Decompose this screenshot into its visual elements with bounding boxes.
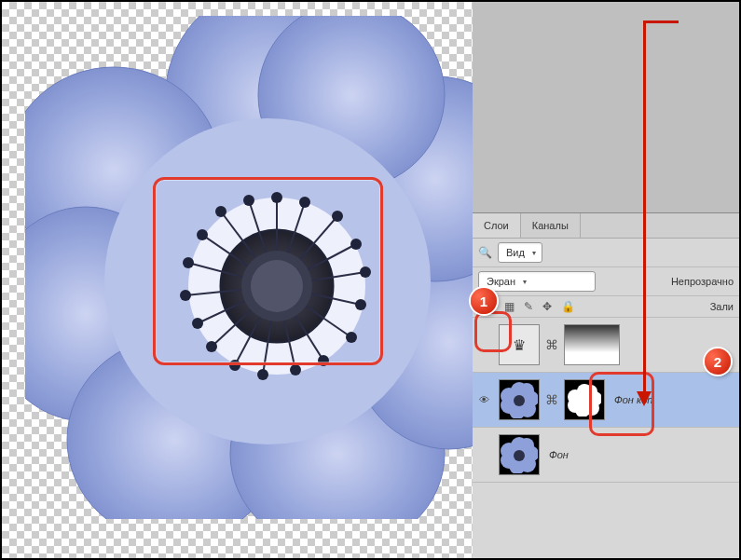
svg-point-46 [243, 195, 254, 206]
annotation-badge-2: 2 [705, 348, 731, 375]
svg-point-42 [257, 369, 268, 380]
opacity-label: Непрозрачно [671, 276, 734, 287]
layer-name: Фон [549, 449, 569, 460]
svg-point-30 [332, 211, 343, 222]
svg-point-44 [180, 290, 191, 301]
flower-image [25, 16, 510, 519]
lock-pixels-icon[interactable]: ▦ [504, 300, 515, 313]
svg-point-48 [251, 260, 303, 312]
svg-point-38 [299, 197, 310, 208]
app-frame: ▣ T ◇ ◫ Слои Каналы 🔍 Вид ▾ Экран ▾ [0, 0, 741, 560]
filter-kind-select[interactable]: Вид ▾ [498, 242, 542, 263]
svg-point-36 [183, 257, 194, 268]
layer-item[interactable]: Фон [473, 428, 739, 483]
layer-item[interactable]: ♛ ⌘ [473, 318, 739, 373]
layer-search-row: 🔍 Вид ▾ [473, 239, 739, 267]
svg-point-37 [215, 206, 226, 217]
annotation-arrow-head [637, 391, 652, 406]
lock-row: ть: ▦ ✎ ✥ 🔒 Зали [473, 296, 739, 318]
layers-panel: Слои Каналы 🔍 Вид ▾ Экран ▾ Непрозрачно … [473, 212, 739, 558]
svg-point-31 [360, 266, 371, 278]
svg-point-33 [290, 364, 301, 376]
annotation-badge-1: 1 [471, 288, 497, 314]
mask-thumb[interactable] [564, 324, 620, 365]
svg-point-64 [575, 391, 594, 410]
svg-point-72 [514, 450, 525, 461]
svg-point-40 [355, 299, 366, 310]
lock-move-icon[interactable]: ✥ [542, 300, 552, 313]
svg-point-29 [271, 192, 282, 203]
svg-point-35 [192, 318, 203, 329]
blend-row: Экран ▾ Непрозрачно [473, 267, 739, 296]
link-icon[interactable]: ⌘ [545, 392, 558, 407]
layer-list: ♛ ⌘ 👁 ⌘ Фон коп [473, 318, 739, 483]
tab-layers[interactable]: Слои [473, 213, 521, 238]
lock-icons: ▦ ✎ ✥ 🔒 [504, 300, 575, 313]
tab-channels[interactable]: Каналы [521, 213, 581, 238]
svg-point-34 [229, 360, 240, 371]
svg-point-41 [318, 355, 329, 366]
visibility-toggle[interactable]: 👁 [473, 394, 495, 405]
adjustment-icon: ♛ [513, 336, 526, 354]
lock-all-icon[interactable]: 🔒 [561, 300, 575, 313]
adjustment-thumb[interactable]: ♛ [499, 324, 540, 365]
layer-thumb[interactable] [499, 379, 540, 420]
layer-thumb[interactable] [499, 434, 540, 475]
annotation-arrow-tail [643, 20, 679, 23]
svg-point-43 [206, 341, 217, 352]
link-icon[interactable]: ⌘ [545, 337, 558, 352]
filter-kind-value: Вид [506, 247, 525, 258]
fill-label: Зали [710, 301, 734, 312]
layer-item[interactable]: 👁 ⌘ Фон коп [473, 373, 739, 428]
panel-empty-area [473, 2, 739, 212]
search-icon: 🔍 [478, 246, 492, 259]
chevron-down-icon: ▾ [532, 249, 536, 257]
svg-point-39 [350, 239, 362, 250]
panel-tabs: Слои Каналы [473, 213, 739, 239]
blend-mode-value: Экран [487, 276, 515, 287]
lock-brush-icon[interactable]: ✎ [524, 300, 533, 313]
blend-mode-select[interactable]: Экран ▾ [478, 271, 596, 292]
mask-thumb[interactable] [564, 379, 605, 420]
annotation-arrow [643, 20, 646, 393]
svg-point-32 [346, 332, 357, 343]
chevron-down-icon: ▾ [523, 278, 527, 286]
svg-point-45 [197, 229, 208, 240]
svg-point-56 [514, 395, 525, 406]
layers-panel-container: ▣ T ◇ ◫ Слои Каналы 🔍 Вид ▾ Экран ▾ [473, 2, 739, 558]
